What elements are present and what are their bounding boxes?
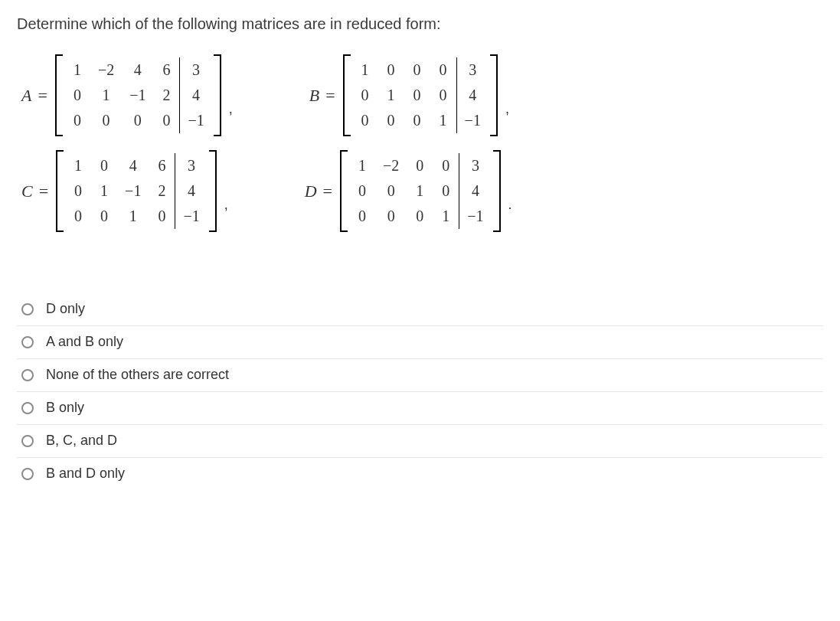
matrix-cell: 4: [456, 83, 489, 108]
matrix-cell: −1: [122, 83, 153, 108]
matrix-cell: 0: [91, 204, 117, 229]
matrix-D-label: D: [305, 181, 317, 201]
matrix-cell: 4: [459, 178, 492, 204]
matrix-cell: 1: [407, 178, 433, 204]
matrix-cell: 4: [175, 178, 208, 204]
option-label: None of the others are correct: [46, 367, 229, 383]
matrix-cell: 3: [175, 153, 208, 178]
matrix-cell: 0: [375, 204, 407, 229]
matrix-cell: 4: [180, 83, 212, 108]
option-label: D only: [46, 301, 85, 317]
matrix-cell: 1: [430, 108, 457, 133]
matrix-A: A = 1−246301−1240000−1 ,: [21, 54, 233, 136]
matrix-cell: 0: [65, 204, 91, 229]
matrix-cell: 3: [456, 57, 489, 83]
radio-icon[interactable]: [21, 369, 34, 381]
matrix-cell: −1: [117, 178, 149, 204]
matrix-cell: 1: [349, 153, 375, 178]
matrix-cell: −1: [175, 204, 208, 229]
equals-sign: =: [325, 86, 335, 106]
trailing-punct: .: [508, 197, 512, 213]
matrix-cell: 0: [407, 153, 433, 178]
matrix-cell: 1: [378, 83, 404, 108]
matrix-cell: −1: [456, 108, 489, 133]
matrix-cell: 4: [122, 57, 153, 83]
matrix-cell: 1: [64, 57, 90, 83]
matrix-cell: 0: [122, 108, 153, 133]
radio-icon[interactable]: [21, 303, 34, 315]
matrix-A-label: A: [21, 86, 31, 106]
trailing-punct: ,: [505, 101, 509, 117]
matrix-cell: 0: [90, 108, 122, 133]
matrix-cell: 0: [430, 83, 457, 108]
option-label: B, C, and D: [46, 433, 117, 449]
matrix-cell: −2: [90, 57, 122, 83]
matrix-C-label: C: [21, 181, 33, 201]
option-row[interactable]: D only: [17, 293, 823, 326]
option-label: A and B only: [46, 334, 123, 350]
matrix-cell: 0: [349, 178, 375, 204]
matrix-cell: 0: [430, 57, 457, 83]
question-text: Determine which of the following matrice…: [17, 15, 823, 33]
matrix-cell: −1: [459, 204, 492, 229]
matrix-cell: 0: [433, 178, 459, 204]
radio-icon[interactable]: [21, 435, 34, 447]
matrix-cell: 0: [91, 153, 117, 178]
matrix-cell: 1: [90, 83, 122, 108]
matrix-cell: 0: [349, 204, 375, 229]
matrix-cell: 1: [91, 178, 117, 204]
matrix-cell: 0: [404, 83, 430, 108]
equals-sign: =: [38, 86, 47, 106]
option-row[interactable]: B, C, and D: [17, 425, 823, 458]
matrix-cell: −2: [375, 153, 407, 178]
option-row[interactable]: B only: [17, 392, 823, 425]
matrix-cell: 2: [149, 178, 175, 204]
radio-icon[interactable]: [21, 468, 34, 480]
option-row[interactable]: A and B only: [17, 326, 823, 359]
matrix-cell: 0: [64, 83, 90, 108]
matrix-cell: 6: [153, 57, 180, 83]
radio-icon[interactable]: [21, 402, 34, 414]
matrix-cell: 0: [378, 57, 404, 83]
answer-options: D only A and B only None of the others a…: [17, 293, 823, 490]
radio-icon[interactable]: [21, 336, 34, 348]
matrix-cell: 0: [352, 83, 378, 108]
matrix-cell: 3: [180, 57, 212, 83]
matrix-cell: 0: [65, 178, 91, 204]
matrix-cell: 0: [407, 204, 433, 229]
equals-sign: =: [39, 181, 48, 201]
matrix-cell: 0: [433, 153, 459, 178]
matrix-C: C = 1046301−1240010−1 ,: [21, 150, 228, 232]
option-row[interactable]: B and D only: [17, 458, 823, 490]
matrix-cell: −1: [180, 108, 212, 133]
matrix-cell: 1: [433, 204, 459, 229]
matrix-cell: 3: [459, 153, 492, 178]
matrix-cell: 4: [117, 153, 149, 178]
option-row[interactable]: None of the others are correct: [17, 359, 823, 392]
trailing-punct: ,: [229, 101, 233, 117]
matrix-cell: 0: [64, 108, 90, 133]
matrix-cell: 0: [153, 108, 180, 133]
matrix-cell: 1: [117, 204, 149, 229]
matrix-cell: 0: [352, 108, 378, 133]
matrix-cell: 0: [404, 108, 430, 133]
matrix-cell: 0: [149, 204, 175, 229]
equals-sign: =: [323, 181, 332, 201]
matrix-D: D = 1−2003001040001−1 .: [305, 150, 512, 232]
matrix-cell: 6: [149, 153, 175, 178]
matrix-cell: 0: [378, 108, 404, 133]
matrix-cell: 0: [404, 57, 430, 83]
matrix-cell: 1: [65, 153, 91, 178]
option-label: B and D only: [46, 466, 125, 482]
matrix-cell: 2: [153, 83, 180, 108]
matrix-cell: 0: [375, 178, 407, 204]
matrix-B: B = 10003010040001−1 ,: [309, 54, 509, 136]
matrix-B-label: B: [309, 86, 319, 106]
matrix-cell: 1: [352, 57, 378, 83]
trailing-punct: ,: [224, 197, 228, 213]
matrices-block: A = 1−246301−1240000−1 , B = 10003010040…: [21, 54, 823, 232]
option-label: B only: [46, 400, 84, 416]
